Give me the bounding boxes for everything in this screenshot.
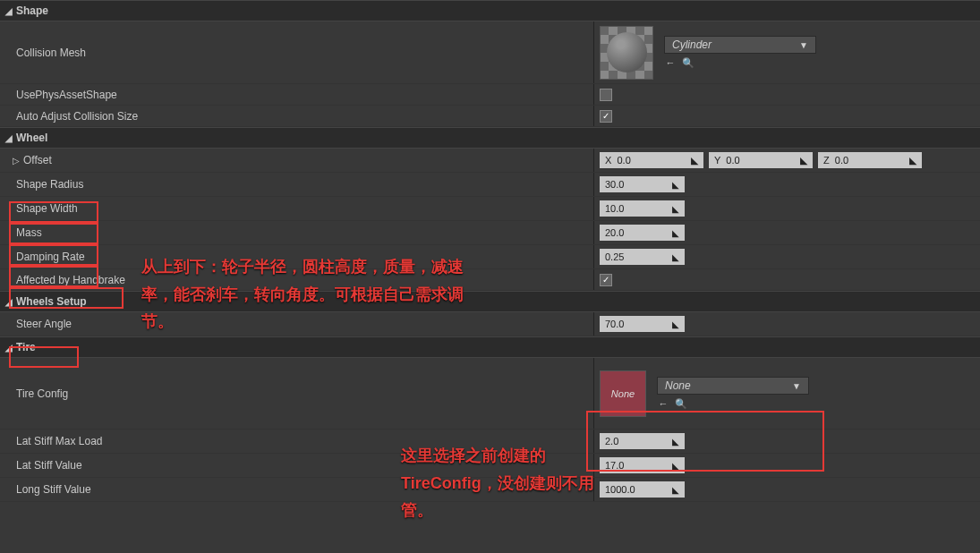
steer-angle-input[interactable]: 70.0 ◣	[600, 316, 685, 332]
lat-stiff-max-load-input[interactable]: 2.0 ◣	[600, 433, 685, 449]
offset-x-input[interactable]: X 0.0 ◣	[600, 152, 703, 168]
spinner-icon: ◣	[691, 155, 698, 166]
row-damping-rate: Damping Rate 0.25 ◣	[0, 245, 980, 269]
row-tire-config: Tire Config None None ▼ ← 🔍	[0, 358, 980, 430]
section-label: Wheel	[16, 132, 47, 144]
label-steer-angle: Steer Angle	[13, 318, 72, 330]
label-lat-stiff-value: Lat Stiff Value	[13, 459, 82, 472]
row-steer-angle: Steer Angle 70.0 ◣	[0, 312, 980, 336]
row-collision-mesh: Collision Mesh Cylinder ▼ ← 🔍	[0, 21, 980, 84]
search-icon[interactable]: 🔍	[682, 56, 695, 69]
shape-width-input[interactable]: 10.0 ◣	[600, 200, 685, 217]
section-label: Wheels Setup	[16, 295, 87, 308]
expand-right-icon[interactable]: ▷	[13, 156, 20, 166]
spinner-icon: ◣	[672, 228, 679, 238]
row-mass: Mass 20.0 ◣	[0, 221, 980, 245]
row-long-stiff-value: Long Stiff Value 1000.0 ◣	[0, 478, 980, 502]
tire-dropdown-label: None	[665, 379, 691, 392]
spinner-icon: ◣	[672, 319, 679, 329]
chevron-down-icon: ▼	[792, 381, 801, 391]
spinner-icon: ◣	[672, 252, 679, 262]
mesh-thumbnail[interactable]	[600, 26, 653, 80]
spinner-icon: ◣	[672, 485, 679, 495]
back-arrow-icon[interactable]: ←	[664, 56, 677, 69]
label-affected-handbrake: Affected by Handbrake	[13, 274, 125, 286]
section-label: Shape	[16, 4, 48, 17]
back-arrow-icon[interactable]: ←	[657, 397, 669, 410]
checkbox-affected-handbrake[interactable]: ✓	[600, 274, 612, 286]
label-collision-mesh: Collision Mesh	[13, 47, 86, 59]
shape-radius-input[interactable]: 30.0 ◣	[600, 176, 685, 192]
label-shape-width: Shape Width	[13, 202, 78, 215]
spinner-icon: ◣	[909, 155, 916, 166]
spinner-icon: ◣	[800, 155, 807, 166]
search-icon[interactable]: 🔍	[675, 397, 687, 410]
section-wheel[interactable]: ◢ Wheel	[0, 127, 980, 149]
label-auto-adjust: Auto Adjust Collision Size	[13, 110, 138, 123]
offset-z-input[interactable]: Z 0.0 ◣	[818, 152, 922, 168]
tire-thumbnail[interactable]: None	[600, 370, 646, 417]
spinner-icon: ◣	[672, 204, 679, 214]
label-long-stiff-value: Long Stiff Value	[13, 483, 91, 496]
expand-icon: ◢	[5, 343, 13, 353]
cylinder-icon	[607, 32, 647, 72]
label-shape-radius: Shape Radius	[13, 178, 83, 191]
row-lat-stiff-max-load: Lat Stiff Max Load 2.0 ◣	[0, 430, 980, 454]
lat-stiff-value-input[interactable]: 17.0 ◣	[600, 457, 685, 473]
expand-icon: ◢	[5, 6, 13, 16]
row-shape-radius: Shape Radius 30.0 ◣	[0, 173, 980, 197]
label-lat-stiff-max-load: Lat Stiff Max Load	[13, 435, 103, 447]
mesh-dropdown-label: Cylinder	[672, 38, 712, 51]
mass-input[interactable]: 20.0 ◣	[600, 225, 685, 241]
long-stiff-value-input[interactable]: 1000.0 ◣	[600, 481, 685, 498]
expand-icon: ◢	[5, 133, 13, 143]
expand-icon: ◢	[5, 297, 13, 307]
section-tire[interactable]: ◢ Tire	[0, 336, 980, 358]
label-tire-config: Tire Config	[13, 387, 68, 400]
row-shape-width: Shape Width 10.0 ◣	[0, 197, 980, 221]
section-wheels-setup[interactable]: ◢ Wheels Setup	[0, 291, 980, 312]
spinner-icon: ◣	[672, 461, 679, 471]
section-label: Tire	[16, 341, 36, 353]
label-use-phys-asset: UsePhysAssetShape	[13, 89, 117, 101]
label-mass: Mass	[13, 226, 42, 239]
offset-y-input[interactable]: Y 0.0 ◣	[709, 152, 813, 168]
spinner-icon: ◣	[672, 180, 679, 190]
row-use-phys-asset: UsePhysAssetShape	[0, 84, 980, 106]
checkbox-auto-adjust[interactable]: ✓	[600, 110, 612, 123]
section-shape[interactable]: ◢ Shape	[0, 0, 980, 21]
row-offset: ▷ Offset X 0.0 ◣ Y 0.0 ◣ Z 0.0 ◣	[0, 149, 980, 173]
checkbox-use-phys-asset[interactable]	[600, 89, 612, 101]
row-auto-adjust: Auto Adjust Collision Size ✓	[0, 106, 980, 127]
label-offset: Offset	[23, 154, 52, 166]
mesh-dropdown[interactable]: Cylinder ▼	[664, 36, 816, 54]
row-lat-stiff-value: Lat Stiff Value 17.0 ◣	[0, 454, 980, 478]
chevron-down-icon: ▼	[799, 40, 808, 50]
tire-config-dropdown[interactable]: None ▼	[657, 377, 809, 395]
damping-rate-input[interactable]: 0.25 ◣	[600, 249, 685, 265]
label-damping-rate: Damping Rate	[13, 251, 85, 263]
row-affected-handbrake: Affected by Handbrake ✓	[0, 269, 980, 291]
spinner-icon: ◣	[672, 437, 679, 447]
